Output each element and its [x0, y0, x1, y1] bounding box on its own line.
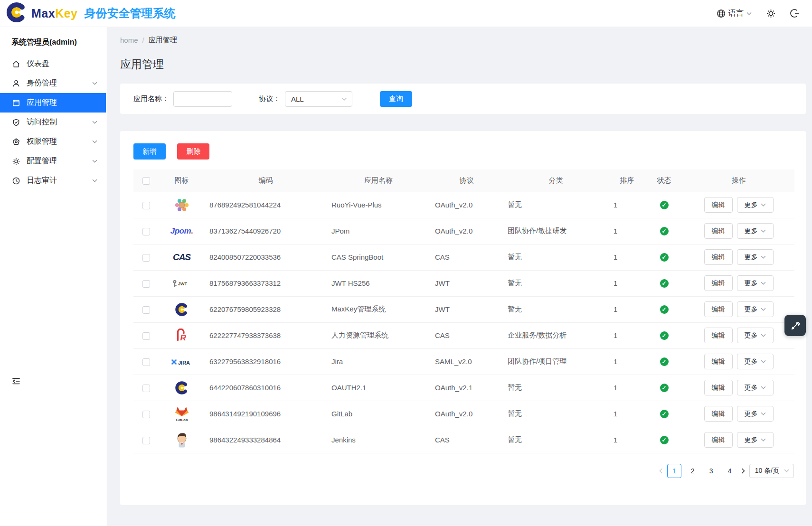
sidebar-item-identity[interactable]: 身份管理 — [0, 74, 106, 93]
logout-icon[interactable] — [790, 9, 800, 18]
app-icon-cell — [159, 375, 205, 401]
pagination-prev-icon[interactable] — [659, 468, 663, 474]
page-title: 应用管理 — [107, 45, 812, 72]
edit-button[interactable]: 编辑 — [704, 328, 733, 343]
edit-button[interactable]: 编辑 — [704, 432, 733, 448]
edit-button[interactable]: 编辑 — [704, 301, 733, 317]
table-row: Jpom. 837136275440926720 JPom OAuth_v2.0… — [133, 218, 794, 244]
apps-table: 图标编码应用名称协议分类排序状态操作 876892492581044224 Ru… — [133, 169, 794, 453]
more-button[interactable]: 更多 — [737, 406, 774, 422]
floating-tool-button[interactable] — [784, 315, 806, 336]
edit-button[interactable]: 编辑 — [704, 354, 733, 369]
language-switcher[interactable]: 语言 — [717, 9, 752, 19]
row-checkbox[interactable] — [142, 202, 150, 209]
more-button[interactable]: 更多 — [737, 432, 774, 448]
pagination-next-icon[interactable] — [741, 468, 745, 474]
chevron-down-icon — [761, 308, 766, 311]
row-checkbox[interactable] — [142, 358, 150, 366]
app-name-input[interactable] — [173, 91, 232, 107]
sidebar-item-apps[interactable]: 应用管理 — [0, 93, 106, 113]
app-name: OAUTH2.1 — [327, 375, 430, 401]
sidebar-item-gear[interactable]: 配置管理 — [0, 151, 106, 171]
edit-button[interactable]: 编辑 — [704, 275, 733, 291]
sidebar-collapse-icon[interactable] — [12, 377, 20, 387]
table-body: 876892492581044224 RuoYi-Vue-Plus OAuth_… — [133, 192, 794, 453]
status-enabled-icon: ✓ — [660, 410, 669, 418]
pagination-page-3[interactable]: 3 — [704, 464, 718, 478]
more-button[interactable]: 更多 — [737, 354, 774, 369]
more-button[interactable]: 更多 — [737, 301, 774, 317]
filter-bar: 应用名称： 协议： ALL 查询 — [120, 84, 806, 114]
sidebar-item-shield[interactable]: 访问控制 — [0, 113, 106, 132]
shield-icon — [12, 118, 20, 127]
chevron-down-icon — [761, 229, 766, 233]
more-button[interactable]: 更多 — [737, 380, 774, 395]
row-checkbox[interactable] — [142, 437, 150, 444]
app-sort: 1 — [609, 192, 645, 218]
table-row: 876892492581044224 RuoYi-Vue-Plus OAuth_… — [133, 192, 794, 218]
row-checkbox[interactable] — [142, 254, 150, 262]
app-protocol: CAS — [430, 244, 503, 270]
table-row: GitLab 986431492190109696 GitLab OAuth_v… — [133, 401, 794, 427]
brand-name: MaxKey — [31, 7, 78, 20]
row-checkbox[interactable] — [142, 411, 150, 418]
pagination-page-1[interactable]: 1 — [667, 464, 681, 478]
jira-app-icon: JIRA — [171, 358, 193, 366]
app-icon-cell: R — [159, 322, 205, 348]
app-protocol: JWT — [430, 296, 503, 322]
app-icon-cell: Jpom. — [159, 218, 205, 244]
status-enabled-icon: ✓ — [660, 331, 669, 340]
more-button[interactable]: 更多 — [737, 223, 774, 239]
status-enabled-icon: ✓ — [660, 227, 669, 235]
edit-button[interactable]: 编辑 — [704, 249, 733, 265]
chevron-down-icon — [761, 438, 766, 441]
pagination-page-4[interactable]: 4 — [723, 464, 737, 478]
app-code: 622227747938373638 — [205, 322, 327, 348]
sidebar-item-badge[interactable]: 权限管理 — [0, 132, 106, 151]
row-checkbox[interactable] — [142, 332, 150, 340]
svg-text:JWT: JWT — [178, 281, 188, 286]
app-sort: 1 — [609, 218, 645, 244]
search-button[interactable]: 查询 — [380, 91, 412, 107]
app-name: JPom — [327, 218, 430, 244]
pagination-page-2[interactable]: 2 — [686, 464, 700, 478]
edit-button[interactable]: 编辑 — [704, 380, 733, 395]
chevron-down-icon — [761, 282, 766, 285]
row-checkbox[interactable] — [142, 228, 150, 235]
select-all-checkbox[interactable] — [142, 177, 150, 185]
app-icon-cell — [159, 296, 205, 322]
table-row: JIRA 632279563832918016 Jira SAML_v2.0 团… — [133, 348, 794, 375]
row-checkbox[interactable] — [142, 385, 150, 392]
edit-button[interactable]: 编辑 — [704, 197, 733, 213]
delete-button[interactable]: 删除 — [177, 143, 209, 160]
app-icon-cell: CAS — [159, 244, 205, 270]
app-category: 暂无 — [503, 270, 609, 296]
sidebar-item-clock[interactable]: 日志审计 — [0, 171, 106, 190]
more-button[interactable]: 更多 — [737, 249, 774, 265]
sidebar-item-label: 配置管理 — [27, 156, 57, 166]
chevron-down-icon — [92, 140, 97, 143]
app-name: RuoYi-Vue-Plus — [327, 192, 430, 218]
column-header: 分类 — [503, 169, 609, 192]
breadcrumb-home-link[interactable]: home — [120, 36, 138, 44]
more-button[interactable]: 更多 — [737, 275, 774, 291]
svg-text:JIRA: JIRA — [178, 359, 190, 365]
page-size-select[interactable]: 10 条/页 — [749, 464, 794, 478]
app-icon-cell — [159, 427, 205, 453]
edit-button[interactable]: 编辑 — [704, 223, 733, 239]
settings-icon[interactable] — [766, 9, 776, 19]
protocol-select[interactable]: ALL — [285, 91, 352, 107]
sidebar-item-dashboard[interactable]: 仪表盘 — [0, 54, 106, 74]
chevron-down-icon — [761, 360, 766, 363]
add-button[interactable]: 新增 — [133, 143, 166, 160]
chevron-down-icon — [341, 97, 347, 101]
system-title: 身份安全管理系统 — [85, 6, 176, 21]
more-button[interactable]: 更多 — [737, 328, 774, 343]
row-checkbox[interactable] — [142, 306, 150, 314]
more-button[interactable]: 更多 — [737, 197, 774, 213]
edit-button[interactable]: 编辑 — [704, 406, 733, 422]
row-checkbox[interactable] — [142, 280, 150, 288]
app-status: ✓ — [645, 401, 683, 427]
app-sort: 1 — [609, 270, 645, 296]
column-header: 图标 — [159, 169, 205, 192]
